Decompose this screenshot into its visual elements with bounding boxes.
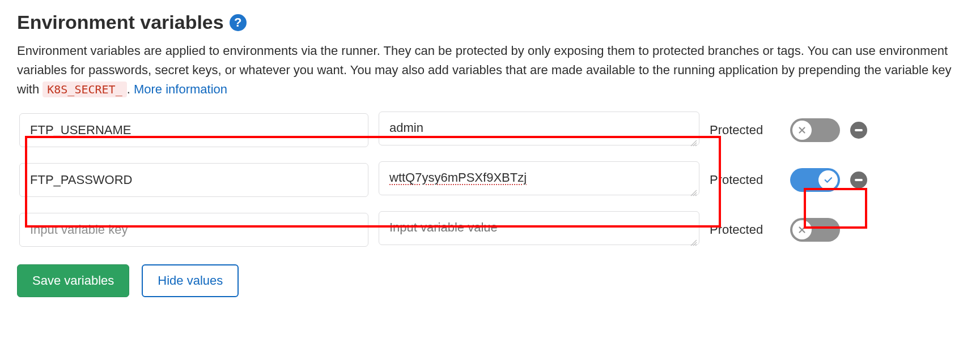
section-description: Environment variables are applied to env… xyxy=(17,41,963,99)
variable-value-input[interactable] xyxy=(379,161,699,195)
protected-toggle[interactable] xyxy=(790,118,840,142)
section-title: Environment variables ? xyxy=(17,11,963,33)
protected-toggle[interactable] xyxy=(790,168,840,192)
help-icon[interactable]: ? xyxy=(230,14,247,31)
variable-row: Protected xyxy=(17,159,963,201)
toggle-knob xyxy=(818,170,838,190)
variable-row: Protected xyxy=(17,209,963,251)
variable-key-input[interactable] xyxy=(19,113,368,147)
remove-variable-button[interactable] xyxy=(850,172,867,188)
remove-variable-button[interactable] xyxy=(850,122,867,139)
x-icon xyxy=(797,225,807,235)
k8s-secret-code-token: K8S_SECRET_ xyxy=(43,82,126,97)
variable-key-input[interactable] xyxy=(19,163,368,197)
protected-label: Protected xyxy=(710,173,780,187)
save-variables-button[interactable]: Save variables xyxy=(17,264,129,297)
action-buttons: Save variables Hide values xyxy=(17,264,963,297)
protected-toggle[interactable] xyxy=(790,218,840,242)
variable-value-input[interactable] xyxy=(379,211,699,245)
x-icon xyxy=(797,125,807,135)
description-suffix: . xyxy=(127,82,134,96)
more-information-link[interactable]: More information xyxy=(134,82,227,96)
variables-list: Protected Protected xyxy=(17,109,963,251)
section-title-text: Environment variables xyxy=(17,11,224,33)
variable-row: Protected xyxy=(17,109,963,151)
protected-label: Protected xyxy=(710,222,780,237)
toggle-knob xyxy=(792,121,812,140)
check-icon xyxy=(823,175,833,185)
variable-key-input[interactable] xyxy=(19,213,368,247)
hide-values-button[interactable]: Hide values xyxy=(142,264,239,297)
protected-label: Protected xyxy=(710,123,780,138)
variable-value-input[interactable] xyxy=(379,112,699,145)
toggle-knob xyxy=(792,220,812,239)
